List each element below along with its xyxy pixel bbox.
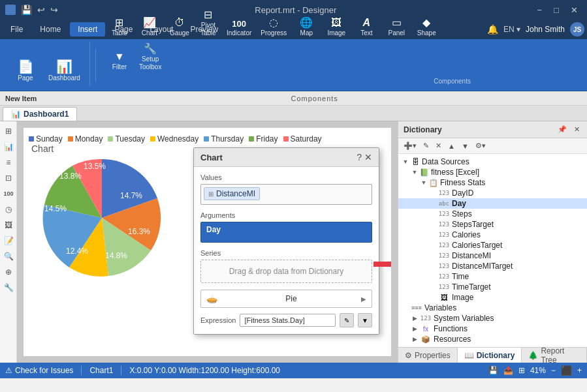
title-bar-controls: − □ ✕ xyxy=(533,4,582,16)
save-status-icon[interactable]: 💾 xyxy=(488,366,498,375)
sidebar-icon-number[interactable]: 100 xyxy=(1,187,16,201)
export-icon[interactable]: 📤 xyxy=(503,366,513,375)
distance-mi-tag[interactable]: ⊞ DistanceMI xyxy=(204,187,260,200)
sidebar-icon-list[interactable]: ≡ xyxy=(1,155,16,170)
tree-image[interactable]: 🖼 Image xyxy=(398,292,587,303)
ribbon-btn-filter[interactable]: ▼ Filter xyxy=(105,49,134,74)
dialog-help-btn[interactable]: ? xyxy=(357,152,362,162)
close-btn[interactable]: ✕ xyxy=(567,4,582,16)
tree-stepstarget[interactable]: 123 StepsTarget xyxy=(398,219,587,230)
check-issues-btn[interactable]: ⚠ Check for Issues xyxy=(5,366,73,375)
chart-icon: 📈 xyxy=(143,18,156,28)
ribbon-btn-image[interactable]: 🖼 Image xyxy=(322,15,351,40)
tree-time[interactable]: 123 Time xyxy=(398,271,587,282)
series-drag-drop[interactable]: Drag & drop data from Dictionary xyxy=(200,260,372,283)
tree-distancemitarget[interactable]: 123 DistanceMITarget xyxy=(398,261,587,271)
dict-up-btn[interactable]: ▲ xyxy=(445,141,458,151)
main-area: ⊞ 📊 ≡ ⊡ 100 ◷ 🖼 📝 🔍 ⊕ 🔧 Sunday Monday Tu… xyxy=(0,121,587,363)
sidebar-icon-grid[interactable]: ⊞ xyxy=(1,124,16,138)
tree-resources[interactable]: ▶ 📦 Resources xyxy=(398,334,587,344)
ribbon-btn-pivot[interactable]: ⊟ PivotTable xyxy=(195,7,221,40)
menu-file[interactable]: File xyxy=(3,22,31,37)
dict-tab-report-tree[interactable]: 🌲 Report Tree xyxy=(522,348,587,363)
menu-insert[interactable]: Insert xyxy=(70,22,105,37)
tree-toggle-resources[interactable]: ▶ xyxy=(410,336,419,342)
ribbon-btn-setup-toolbox[interactable]: 🔧 SetupToolbox xyxy=(135,41,165,74)
dict-settings-btn[interactable]: ⚙▾ xyxy=(473,140,488,151)
sidebar-icon-settings[interactable]: 🔧 xyxy=(1,280,16,295)
dict-add-btn[interactable]: ➕▾ xyxy=(401,140,419,151)
dict-pin-btn[interactable]: 📌 xyxy=(557,125,567,135)
tab-dashboard1[interactable]: 📊 Dashboard1 xyxy=(3,107,77,121)
tree-variables[interactable]: ≡≡≡ Variables xyxy=(398,303,587,313)
series-type-item[interactable]: 🥧 Pie ▶ xyxy=(200,290,372,308)
tree-toggle-sources[interactable]: ▼ xyxy=(401,158,410,165)
ribbon-btn-indicator[interactable]: 100 Indicator xyxy=(223,17,255,40)
tree-toggle-fitness[interactable]: ▼ xyxy=(410,169,419,175)
tree-day[interactable]: abc Day xyxy=(398,198,587,209)
expression-edit-btn[interactable]: ✎ xyxy=(340,313,354,327)
tree-timetarget[interactable]: 123 TimeTarget xyxy=(398,282,587,292)
ribbon-btn-map[interactable]: 🌐 Map xyxy=(292,15,321,40)
dict-tab-dictionary[interactable]: 📖 Dictionary xyxy=(458,348,522,363)
language-selector[interactable]: EN ▾ xyxy=(503,25,520,34)
expression-value[interactable]: [Fitness Stats.Day] xyxy=(240,314,336,327)
chart-label: Chart xyxy=(142,29,157,37)
redo-icon[interactable]: ↪ xyxy=(50,5,58,15)
tree-fitness-stats[interactable]: ▼ 📋 Fitness Stats xyxy=(398,177,587,188)
sidebar-icon-search[interactable]: 🔍 xyxy=(1,249,16,264)
ribbon-btn-page[interactable]: 📄 Page xyxy=(9,57,42,85)
undo-icon[interactable]: ↩ xyxy=(37,5,45,15)
notification-icon[interactable]: 🔔 xyxy=(487,24,498,35)
warning-icon: ⚠ xyxy=(5,366,12,375)
maximize-btn[interactable]: □ xyxy=(550,4,563,16)
dict-edit-btn[interactable]: ✎ xyxy=(420,140,432,151)
ribbon-btn-table[interactable]: ⊞ Table xyxy=(105,15,134,40)
dialog-close-btn[interactable]: ✕ xyxy=(364,152,372,162)
zoom-slider[interactable]: ⬛ xyxy=(561,365,572,376)
ribbon-btn-dashboard[interactable]: 📊 Dashboard xyxy=(43,57,86,85)
ribbon-btn-shape[interactable]: ◆ Shape xyxy=(412,15,441,40)
zoom-out-btn[interactable]: − xyxy=(551,366,556,375)
sidebar-icon-text[interactable]: 📝 xyxy=(1,234,16,248)
series-label: Series xyxy=(200,249,372,257)
tree-functions[interactable]: ▶ fx Functions xyxy=(398,324,587,334)
ribbon-btn-panel[interactable]: ▭ Panel xyxy=(382,15,411,40)
ribbon-btn-progress[interactable]: ◌ Progress xyxy=(257,15,291,40)
ribbon-btn-chart[interactable]: 📈 Chart xyxy=(135,15,164,40)
grid-icon[interactable]: ⊞ xyxy=(518,366,525,375)
tree-text-distancemi: DistanceMI xyxy=(452,251,491,260)
save-icon[interactable]: 💾 xyxy=(21,5,32,15)
report-tree-tab-icon: 🌲 xyxy=(528,351,538,360)
sidebar-icon-box[interactable]: ⊡ xyxy=(1,171,16,185)
tree-caloristarget[interactable]: 123 CaloriesTarget xyxy=(398,240,587,250)
tree-toggle-stats[interactable]: ▼ xyxy=(419,179,428,186)
dict-delete-btn[interactable]: ✕ xyxy=(433,140,444,151)
dict-tab-properties[interactable]: ⚙ Properties xyxy=(398,348,458,363)
tree-dayid[interactable]: 123 DayID xyxy=(398,188,587,198)
minimize-btn[interactable]: − xyxy=(533,4,547,16)
tree-toggle-functions[interactable]: ▶ xyxy=(410,325,419,332)
tree-distancemi[interactable]: 123 DistanceMI xyxy=(398,250,587,261)
expression-drop-btn[interactable]: ▼ xyxy=(358,313,372,327)
tree-steps[interactable]: 123 Steps xyxy=(398,209,587,219)
sidebar-icon-chart[interactable]: 📊 xyxy=(1,140,16,154)
dict-down-btn[interactable]: ▼ xyxy=(459,141,471,151)
tree-data-sources[interactable]: ▼ 🗄 Data Sources xyxy=(398,157,587,167)
sidebar-icon-plus[interactable]: ⊕ xyxy=(1,265,16,279)
tree-system-variables[interactable]: ▶ 123 System Variables xyxy=(398,313,587,324)
new-item-label[interactable]: New Item xyxy=(5,95,37,102)
sidebar-icon-clock[interactable]: ◷ xyxy=(1,202,16,217)
ribbon-btn-text[interactable]: A Text xyxy=(352,15,381,40)
sidebar-icon-image[interactable]: 🖼 xyxy=(1,218,16,232)
tree-fitness-excel[interactable]: ▼ 📗 fitness [Excel] xyxy=(398,167,587,177)
dict-close-btn[interactable]: ✕ xyxy=(571,125,582,135)
dict-tree: ▼ 🗄 Data Sources ▼ 📗 fitness [Excel] ▼ 📋… xyxy=(398,154,587,347)
user-name[interactable]: John Smith xyxy=(526,25,565,34)
tree-calories[interactable]: 123 Calories xyxy=(398,230,587,240)
menu-home[interactable]: Home xyxy=(32,22,69,37)
tree-toggle-sysvars[interactable]: ▶ xyxy=(410,315,419,322)
chart1-label: Chart1 xyxy=(89,366,113,375)
ribbon-btn-gauge[interactable]: ⏱ Gauge xyxy=(165,15,194,40)
zoom-in-btn[interactable]: + xyxy=(577,366,582,375)
